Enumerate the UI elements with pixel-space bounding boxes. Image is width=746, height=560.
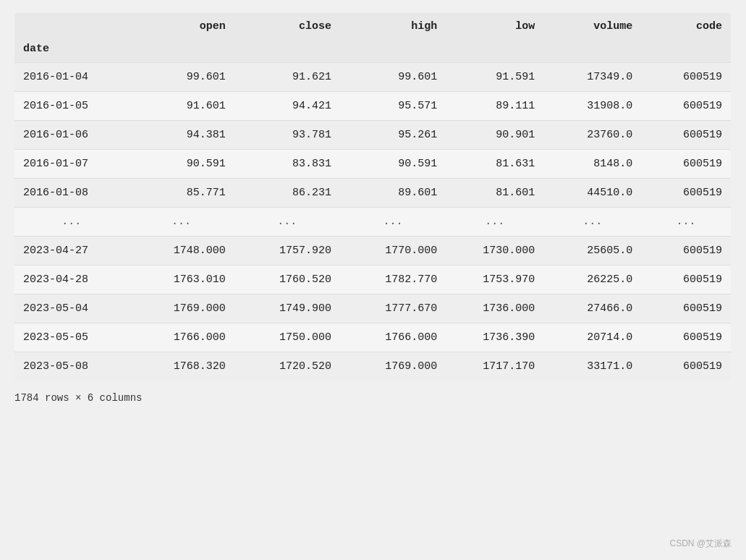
table-row: 2016-01-0591.60194.42195.57189.11131908.… xyxy=(14,92,731,121)
cell-date: ... xyxy=(14,208,129,237)
table-row: 2016-01-0790.59183.83190.59181.6318148.0… xyxy=(14,150,731,179)
footer-text: 1784 rows × 6 columns xyxy=(14,392,142,404)
cell-close: 91.621 xyxy=(234,63,340,92)
header-high: high xyxy=(340,13,446,40)
table-row: 2023-04-281763.0101760.5201782.7701753.9… xyxy=(14,266,731,294)
table-row: 2023-05-081768.3201720.5201769.0001717.1… xyxy=(14,352,731,381)
header-close: close xyxy=(234,13,340,40)
cell-high: 1777.670 xyxy=(340,294,446,323)
header-open: open xyxy=(129,13,234,40)
cell-close: 1757.920 xyxy=(234,237,340,266)
cell-volume: 26225.0 xyxy=(543,266,641,294)
cell-volume: 8148.0 xyxy=(543,150,641,179)
table-row: 2016-01-0499.60191.62199.60191.59117349.… xyxy=(14,63,731,92)
cell-open: 94.381 xyxy=(129,121,234,150)
cell-low: 1736.000 xyxy=(446,294,543,323)
header-date-empty xyxy=(14,13,129,40)
data-table: open close high low volume code date 201… xyxy=(14,13,731,381)
header-volume: volume xyxy=(543,13,641,40)
cell-open: 1766.000 xyxy=(129,323,234,352)
cell-open: 90.591 xyxy=(129,150,234,179)
cell-close: 1750.000 xyxy=(234,323,340,352)
cell-code: 600519 xyxy=(641,237,731,266)
subheader-row: date xyxy=(14,40,731,63)
cell-code: 600519 xyxy=(641,92,731,121)
header-row: open close high low volume code xyxy=(14,13,731,40)
cell-close: 83.831 xyxy=(234,150,340,179)
cell-high: 95.261 xyxy=(340,121,446,150)
cell-high: 95.571 xyxy=(340,92,446,121)
cell-code: 600519 xyxy=(641,150,731,179)
cell-low: 81.631 xyxy=(446,150,543,179)
cell-volume: 25605.0 xyxy=(543,237,641,266)
cell-low: 91.591 xyxy=(446,63,543,92)
table-row: 2016-01-0885.77186.23189.60181.60144510.… xyxy=(14,179,731,208)
cell-volume: 44510.0 xyxy=(543,179,641,208)
cell-low: 1753.970 xyxy=(446,266,543,294)
cell-high: 90.591 xyxy=(340,150,446,179)
cell-date: 2016-01-05 xyxy=(14,92,129,121)
cell-date: 2016-01-07 xyxy=(14,150,129,179)
table-row: 2016-01-0694.38193.78195.26190.90123760.… xyxy=(14,121,731,150)
cell-date: 2023-05-08 xyxy=(14,352,129,381)
cell-open: ... xyxy=(129,208,234,237)
cell-volume: 23760.0 xyxy=(543,121,641,150)
cell-open: 99.601 xyxy=(129,63,234,92)
cell-code: 600519 xyxy=(641,323,731,352)
cell-close: 1720.520 xyxy=(234,352,340,381)
cell-high: 99.601 xyxy=(340,63,446,92)
cell-low: 90.901 xyxy=(446,121,543,150)
cell-high: 89.601 xyxy=(340,179,446,208)
cell-volume: 31908.0 xyxy=(543,92,641,121)
cell-date: 2023-05-05 xyxy=(14,323,129,352)
cell-volume: 20714.0 xyxy=(543,323,641,352)
cell-open: 1748.000 xyxy=(129,237,234,266)
cell-volume: 17349.0 xyxy=(543,63,641,92)
table-row: 2023-04-271748.0001757.9201770.0001730.0… xyxy=(14,237,731,266)
cell-low: 89.111 xyxy=(446,92,543,121)
cell-date: 2023-04-27 xyxy=(14,237,129,266)
table-row: 2023-05-051766.0001750.0001766.0001736.3… xyxy=(14,323,731,352)
cell-open: 1768.320 xyxy=(129,352,234,381)
cell-low: 81.601 xyxy=(446,179,543,208)
cell-high: 1782.770 xyxy=(340,266,446,294)
cell-code: 600519 xyxy=(641,294,731,323)
cell-volume: 27466.0 xyxy=(543,294,641,323)
table-row: ..................... xyxy=(14,208,731,237)
cell-close: 94.421 xyxy=(234,92,340,121)
cell-date: 2016-01-06 xyxy=(14,121,129,150)
cell-code: 600519 xyxy=(641,121,731,150)
cell-code: ... xyxy=(641,208,731,237)
cell-low: 1717.170 xyxy=(446,352,543,381)
cell-code: 600519 xyxy=(641,352,731,381)
cell-high: 1769.000 xyxy=(340,352,446,381)
cell-date: 2016-01-08 xyxy=(14,179,129,208)
cell-close: ... xyxy=(234,208,340,237)
subheader-date: date xyxy=(14,40,731,63)
cell-high: ... xyxy=(340,208,446,237)
cell-high: 1770.000 xyxy=(340,237,446,266)
cell-code: 600519 xyxy=(641,179,731,208)
cell-high: 1766.000 xyxy=(340,323,446,352)
table-row: 2023-05-041769.0001749.9001777.6701736.0… xyxy=(14,294,731,323)
cell-date: 2016-01-04 xyxy=(14,63,129,92)
cell-low: ... xyxy=(446,208,543,237)
cell-code: 600519 xyxy=(641,63,731,92)
cell-close: 1760.520 xyxy=(234,266,340,294)
cell-date: 2023-04-28 xyxy=(14,266,129,294)
cell-volume: 33171.0 xyxy=(543,352,641,381)
header-code: code xyxy=(641,13,731,40)
cell-open: 1763.010 xyxy=(129,266,234,294)
cell-date: 2023-05-04 xyxy=(14,294,129,323)
cell-code: 600519 xyxy=(641,266,731,294)
cell-open: 1769.000 xyxy=(129,294,234,323)
cell-close: 1749.900 xyxy=(234,294,340,323)
cell-low: 1736.390 xyxy=(446,323,543,352)
cell-open: 91.601 xyxy=(129,92,234,121)
cell-open: 85.771 xyxy=(129,179,234,208)
header-low: low xyxy=(446,13,543,40)
cell-low: 1730.000 xyxy=(446,237,543,266)
watermark: CSDN @艾派森 xyxy=(669,538,732,550)
cell-close: 86.231 xyxy=(234,179,340,208)
cell-close: 93.781 xyxy=(234,121,340,150)
